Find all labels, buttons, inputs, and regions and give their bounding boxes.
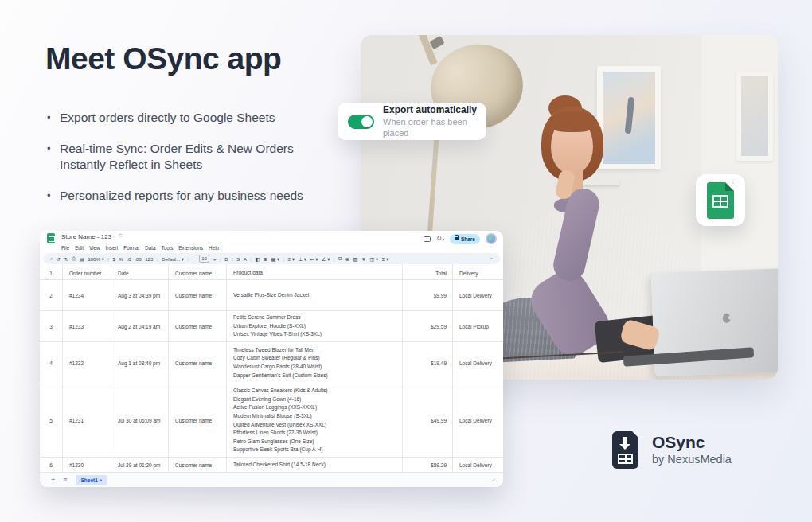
toolbar-icon[interactable]: ↺	[57, 256, 61, 262]
cell[interactable]	[403, 264, 453, 267]
toolbar-icon[interactable]: $	[112, 256, 115, 262]
toolbar-icon[interactable]: ▼	[361, 256, 366, 262]
row-number[interactable]: 6	[40, 458, 63, 472]
menu-item-format[interactable]: Format	[123, 245, 139, 251]
menu-item-file[interactable]: File	[61, 245, 69, 251]
menu-item-insert[interactable]: Insert	[106, 245, 119, 251]
toolbar-icon[interactable]: ◧	[255, 256, 260, 262]
toolbar-icon[interactable]: A	[244, 256, 247, 262]
toolbar-icon[interactable]: ◫ ▾	[369, 256, 378, 262]
toolbar-icon[interactable]: ⎙	[72, 255, 76, 262]
cell[interactable]: #1234	[63, 280, 111, 310]
toolbar-icon[interactable]: 10	[199, 255, 210, 263]
toolbar-icon[interactable]: ⊕	[345, 256, 349, 262]
history-control[interactable]: ↻ ▾	[436, 236, 444, 242]
cell[interactable]: Aug 2 at 04:19 am	[111, 311, 169, 341]
menu-item-extensions[interactable]: Extensions	[178, 245, 203, 251]
cell[interactable]: Versatile Plus-Size Denim Jacket	[227, 280, 403, 310]
toolbar-icon[interactable]: ↩ ▾	[310, 256, 318, 262]
column-header[interactable]: Date	[111, 267, 169, 279]
cell[interactable]: #1233	[63, 311, 111, 341]
scroll-left-icon[interactable]: ‹	[493, 477, 495, 484]
cell[interactable]: $89.29	[403, 458, 453, 472]
cell[interactable]: 1	[40, 267, 63, 279]
cell[interactable]: Timeless Tweed Blazer for Tall MenCozy C…	[227, 342, 403, 384]
toolbar-icon[interactable]: S	[236, 256, 240, 262]
cell[interactable]: Customer name	[169, 458, 227, 472]
cell[interactable]: $29.59	[403, 311, 453, 341]
toolbar-icon[interactable]: ≡ ▾	[288, 256, 295, 262]
comment-icon[interactable]	[424, 236, 431, 242]
sheet-tab[interactable]: Sheet1 ▾	[76, 475, 108, 485]
add-sheet-button[interactable]: +	[51, 476, 55, 484]
cell[interactable]	[169, 264, 227, 267]
cell[interactable]: Jul 29 at 01:20 pm	[111, 458, 169, 472]
row-number[interactable]: 5	[40, 384, 63, 457]
toolbar-icon[interactable]: ⊥ ▾	[299, 256, 306, 262]
cell[interactable]: Classic Canvas Sneakers (Kids & Adults)E…	[227, 384, 403, 457]
row-number[interactable]: 2	[40, 280, 63, 310]
column-header[interactable]: Total	[403, 267, 453, 279]
toolbar-icon[interactable]: ↻	[64, 256, 68, 262]
row-number[interactable]: 3	[40, 311, 63, 341]
column-header[interactable]: Delivery	[453, 267, 503, 279]
cell[interactable]: Customer name	[169, 280, 227, 310]
cell[interactable]: Customer name	[169, 384, 227, 457]
toolbar-icon[interactable]: ⧉	[338, 255, 342, 262]
toolbar-icon[interactable]: %	[119, 256, 123, 262]
column-header[interactable]: Order number	[63, 267, 111, 279]
collapse-toolbar-icon[interactable]: ^	[490, 256, 493, 262]
star-icon[interactable]: ☆	[118, 232, 123, 239]
cell[interactable]	[63, 264, 111, 267]
toolbar-icon[interactable]: B	[224, 256, 228, 262]
share-button[interactable]: Share	[450, 234, 480, 244]
toolbar-icon[interactable]: Defaul... ▾	[162, 256, 184, 262]
cell[interactable]: Customer name	[169, 342, 227, 384]
export-toggle-switch[interactable]	[348, 115, 374, 129]
toolbar-icon[interactable]: +	[213, 256, 217, 262]
toolbar-icon[interactable]: .00	[135, 256, 142, 262]
toolbar-icon[interactable]: 100% ▾	[88, 256, 104, 262]
all-sheets-button[interactable]: ≡	[63, 476, 67, 484]
cell[interactable]	[40, 264, 63, 267]
cell[interactable]: $49.99	[403, 384, 453, 457]
menu-item-data[interactable]: Data	[145, 245, 155, 251]
toolbar-icon[interactable]: 123	[145, 256, 153, 262]
cell[interactable]: Aug 3 at 04:39 pm	[111, 280, 169, 310]
cell[interactable]: #1231	[63, 384, 111, 457]
column-header[interactable]: Customer name	[169, 267, 227, 279]
cell[interactable]: Aug 1 at 08:40 pm	[111, 342, 169, 384]
cell[interactable]: Local Delivery	[453, 458, 503, 472]
spreadsheet-title[interactable]: Store Name - 123	[61, 233, 111, 240]
menu-item-edit[interactable]: Edit	[75, 245, 84, 251]
menu-item-view[interactable]: View	[89, 245, 100, 251]
cell[interactable]: Jul 30 at 06:09 am	[111, 384, 169, 457]
toolbar-icon[interactable]: ⌕	[50, 255, 53, 262]
cell[interactable]	[111, 264, 169, 267]
row-number[interactable]: 4	[40, 342, 63, 384]
cell[interactable]: #1230	[63, 458, 111, 472]
toolbar-icon[interactable]: ▤	[80, 256, 84, 262]
menu-item-tools[interactable]: Tools	[162, 245, 174, 251]
column-header[interactable]: Product data	[227, 267, 403, 279]
avatar[interactable]	[486, 233, 497, 244]
toolbar-icon[interactable]: .0	[127, 256, 131, 262]
cell[interactable]: Tailored Checkered Shirt (14.5-18 Neck)	[227, 458, 403, 472]
toolbar-icon[interactable]: I	[232, 256, 233, 262]
toolbar-icon[interactable]: ∠ ▾	[322, 256, 330, 262]
cell[interactable]: Local Pickup	[453, 311, 503, 341]
cell[interactable]: Local Delivery	[453, 342, 503, 384]
cell[interactable]: Local Delivery	[453, 280, 503, 310]
toolbar-icon[interactable]: ▧	[353, 256, 358, 262]
cell[interactable]: $19.49	[403, 342, 453, 384]
cell[interactable]: #1232	[63, 342, 111, 384]
toolbar-icon[interactable]: Σ ▾	[382, 256, 389, 262]
toolbar-icon[interactable]: −	[193, 256, 196, 262]
cell[interactable]: Customer name	[169, 311, 227, 341]
toolbar-icon[interactable]: ▦ ▾	[271, 256, 279, 262]
cell[interactable]	[453, 264, 503, 267]
cell[interactable]: Local Delivery	[453, 384, 503, 457]
toolbar-icon[interactable]: ⊞	[264, 256, 267, 262]
cell[interactable]: $9.99	[403, 280, 453, 310]
cell[interactable]: Petite Serene Summer DressUrban Explorer…	[227, 311, 403, 341]
